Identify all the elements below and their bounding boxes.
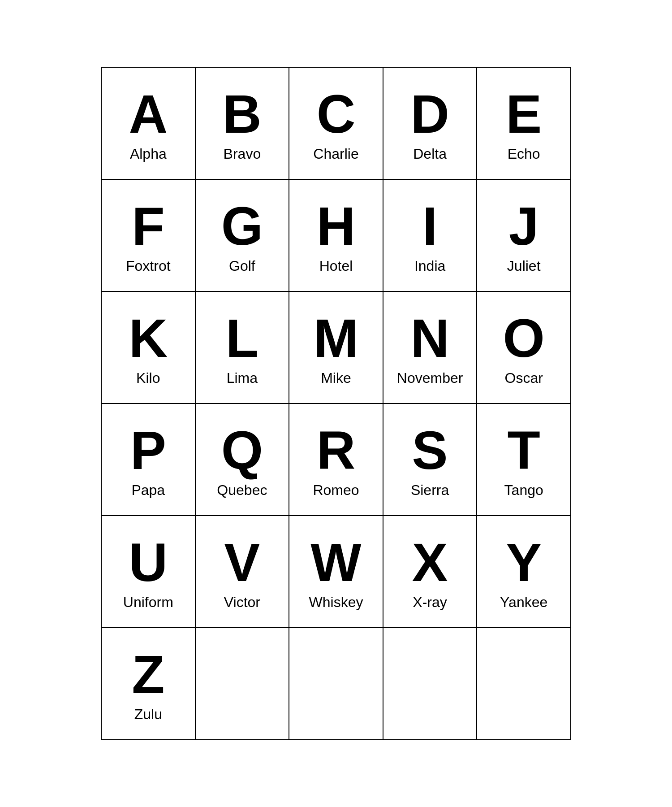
cell-f: FFoxtrot [102, 180, 196, 292]
name-i: India [414, 258, 445, 274]
cell-w: WWhiskey [289, 516, 383, 628]
name-u: Uniform [123, 594, 173, 611]
letter-l: L [226, 308, 258, 368]
letter-k: K [129, 308, 168, 368]
letter-p: P [130, 421, 166, 480]
letter-f: F [132, 196, 164, 256]
letter-q: Q [221, 421, 263, 480]
cell-n: NNovember [383, 292, 478, 404]
cell-c: CCharlie [289, 68, 383, 180]
cell-h: HHotel [289, 180, 383, 292]
cell-y: YYankee [477, 516, 571, 628]
letter-i: I [422, 196, 437, 256]
name-v: Victor [224, 594, 260, 611]
letter-a: A [129, 84, 168, 143]
letter-z: Z [132, 645, 164, 704]
name-f: Foxtrot [126, 258, 171, 274]
letter-o: O [503, 308, 545, 368]
name-h: Hotel [319, 258, 353, 274]
letter-w: W [310, 533, 361, 592]
letter-h: H [317, 196, 356, 256]
name-s: Sierra [411, 482, 449, 499]
cell-g: GGolf [196, 180, 290, 292]
cell-r: RRomeo [289, 404, 383, 516]
cell-q: QQuebec [196, 404, 290, 516]
letter-x: X [412, 533, 448, 592]
name-a: Alpha [130, 146, 167, 162]
letter-y: Y [506, 533, 542, 592]
name-g: Golf [229, 258, 255, 274]
letter-s: S [412, 421, 448, 480]
name-r: Romeo [313, 482, 359, 499]
name-j: Juliet [507, 258, 541, 274]
letter-b: B [223, 84, 262, 143]
empty-cell-3 [477, 628, 571, 740]
name-n: November [397, 370, 463, 386]
cell-b: BBravo [196, 68, 290, 180]
letter-u: U [129, 533, 168, 592]
cell-k: KKilo [102, 292, 196, 404]
letter-m: M [314, 308, 358, 368]
cell-s: SSierra [383, 404, 478, 516]
name-m: Mike [321, 370, 351, 386]
cell-i: IIndia [383, 180, 478, 292]
name-l: Lima [227, 370, 258, 386]
name-b: Bravo [224, 146, 261, 162]
empty-cell-0 [196, 628, 290, 740]
name-k: Kilo [136, 370, 160, 386]
name-y: Yankee [500, 594, 547, 611]
name-o: Oscar [505, 370, 543, 386]
letter-t: T [508, 421, 540, 480]
name-q: Quebec [217, 482, 267, 499]
cell-p: PPapa [102, 404, 196, 516]
name-z: Zulu [134, 706, 162, 723]
letter-j: J [509, 196, 539, 256]
name-t: Tango [504, 482, 543, 499]
cell-u: UUniform [102, 516, 196, 628]
cell-l: LLima [196, 292, 290, 404]
letter-g: G [221, 196, 263, 256]
cell-a: AAlpha [102, 68, 196, 180]
name-w: Whiskey [309, 594, 363, 611]
cell-e: EEcho [477, 68, 571, 180]
cell-x: XX-ray [383, 516, 478, 628]
name-c: Charlie [313, 146, 358, 162]
letter-v: V [224, 533, 260, 592]
letter-c: C [317, 84, 356, 143]
cell-j: JJuliet [477, 180, 571, 292]
cell-z: ZZulu [102, 628, 196, 740]
cell-v: VVictor [196, 516, 290, 628]
cell-d: DDelta [383, 68, 478, 180]
cell-m: MMike [289, 292, 383, 404]
letter-d: D [410, 84, 449, 143]
name-e: Echo [508, 146, 540, 162]
nato-alphabet-grid: AAlphaBBravoCCharlieDDeltaEEchoFFoxtrotG… [101, 67, 571, 740]
cell-o: OOscar [477, 292, 571, 404]
name-p: Papa [131, 482, 165, 499]
letter-e: E [506, 84, 542, 143]
name-d: Delta [413, 146, 447, 162]
name-x: X-ray [413, 594, 447, 611]
letter-r: R [317, 421, 356, 480]
empty-cell-1 [289, 628, 383, 740]
cell-t: TTango [477, 404, 571, 516]
empty-cell-2 [383, 628, 478, 740]
letter-n: N [410, 308, 449, 368]
